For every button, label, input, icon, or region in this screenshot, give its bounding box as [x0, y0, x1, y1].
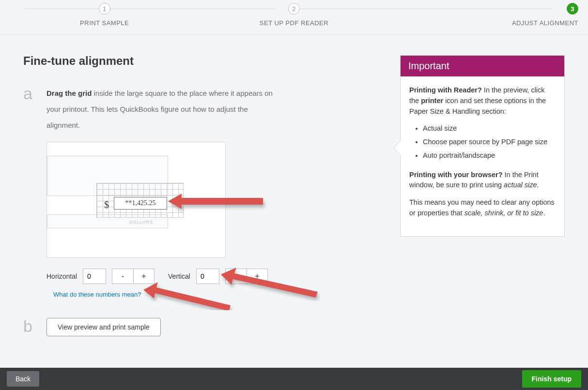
- callout-bullets: Actual size Choose paper source by PDF p…: [423, 123, 556, 161]
- callout-bullet: Actual size: [423, 123, 556, 134]
- callout-p1-strong: Printing with Reader?: [409, 86, 482, 94]
- horizontal-plus-button[interactable]: +: [133, 269, 155, 284]
- step-number: 3: [567, 3, 578, 15]
- section-letter-b: b: [23, 318, 36, 336]
- callout-body: Printing with Reader? In the preview, cl…: [401, 76, 564, 236]
- step-line: [24, 9, 276, 9]
- instruction-bold: Drag the grid: [46, 89, 92, 97]
- alignment-preview[interactable]: DOLLARS $ **1,425.25: [46, 142, 226, 258]
- page-title: Fine-tune alignment: [23, 54, 381, 68]
- horizontal-minus-button[interactable]: -: [112, 269, 133, 284]
- step-label: PRINT SAMPLE: [10, 19, 199, 27]
- svg-marker-1: [143, 282, 231, 310]
- callout-bullet: Auto portrait/landscape: [423, 150, 556, 161]
- finish-setup-button[interactable]: Finish setup: [522, 370, 581, 388]
- footer: Back Finish setup: [0, 368, 588, 390]
- section-b: b View preview and print sample: [23, 318, 381, 336]
- step-number: 1: [99, 3, 110, 15]
- horizontal-label: Horizontal: [46, 272, 77, 280]
- step-setup-pdf-reader[interactable]: 2 SET UP PDF READER: [199, 3, 388, 27]
- step-label: ADJUST ALIGNMENT: [389, 19, 578, 27]
- callout-title: Important: [401, 56, 564, 76]
- amount-box: **1,425.25: [114, 197, 167, 210]
- section-a: a Drag the grid inside the large square …: [23, 85, 381, 299]
- annotation-arrow-icon: [143, 281, 240, 310]
- step-print-sample[interactable]: 1 PRINT SAMPLE: [10, 3, 199, 27]
- horizontal-stepper: - +: [112, 269, 155, 284]
- callout-p2-strong: Printing with your browser?: [409, 171, 503, 179]
- dollar-sign: $: [104, 199, 109, 210]
- step-line: [300, 9, 552, 9]
- step-number: 2: [288, 3, 300, 15]
- help-link[interactable]: What do these numbers mean?: [53, 291, 141, 298]
- callout-bullet: Choose paper source by PDF page size: [423, 137, 556, 148]
- vertical-minus-button[interactable]: -: [225, 269, 247, 284]
- alignment-inputs: Horizontal - + Vertical - +: [46, 269, 381, 284]
- vertical-stepper: - +: [225, 269, 268, 284]
- instruction-text: Drag the grid inside the large square to…: [46, 85, 274, 133]
- vertical-plus-button[interactable]: +: [247, 269, 268, 284]
- step-adjust-alignment[interactable]: 3 ADJUST ALIGNMENT: [389, 3, 578, 27]
- dollars-label: DOLLARS: [129, 220, 153, 225]
- vertical-label: Vertical: [168, 272, 190, 280]
- view-preview-button[interactable]: View preview and print sample: [46, 318, 161, 336]
- important-callout: Important Printing with Reader? In the p…: [400, 55, 565, 237]
- section-letter-a: a: [23, 85, 36, 299]
- vertical-input[interactable]: [196, 269, 219, 284]
- stepper: 1 PRINT SAMPLE 2 SET UP PDF READER 3 ADJ…: [0, 0, 588, 35]
- annotation-arrow-icon: [168, 191, 275, 215]
- step-label: SET UP PDF READER: [199, 19, 388, 27]
- back-button[interactable]: Back: [7, 371, 39, 387]
- horizontal-input[interactable]: [83, 269, 106, 284]
